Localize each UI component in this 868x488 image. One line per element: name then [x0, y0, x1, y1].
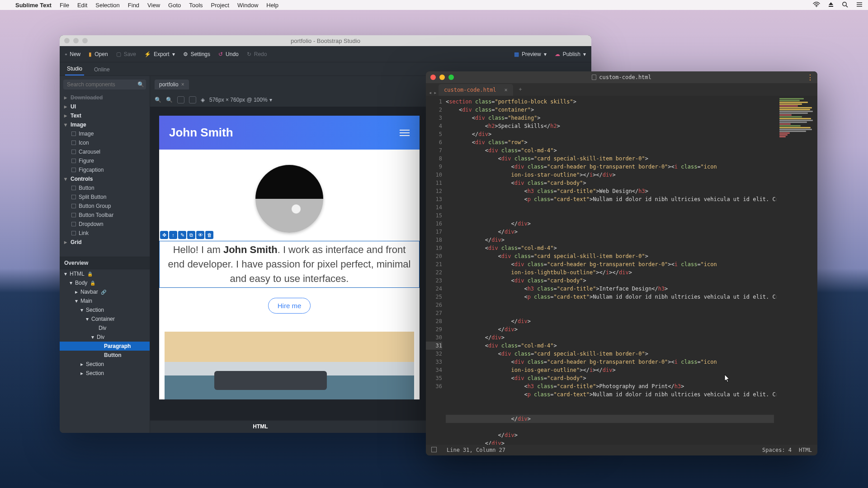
- tab-studio[interactable]: Studio: [65, 63, 84, 75]
- menu-window[interactable]: Window: [237, 2, 258, 9]
- group-ui[interactable]: ▸UI: [60, 102, 150, 111]
- redo-icon: ↻: [247, 51, 251, 57]
- toggle-outline-icon[interactable]: [177, 96, 184, 103]
- zoom-in-icon[interactable]: 🔍: [166, 97, 173, 103]
- bs-titlebar[interactable]: portfolio - Bootstrap Studio: [60, 35, 591, 46]
- ov-container[interactable]: ▾Container: [60, 314, 150, 324]
- canvas-size-dropdown[interactable]: 576px × 760px @ 100%▾: [209, 97, 272, 103]
- undo-icon: ↺: [218, 51, 223, 57]
- publish-button[interactable]: ☁Publish▾: [555, 51, 586, 57]
- bs-window-title: portfolio - Bootstrap Studio: [291, 38, 360, 44]
- group-text[interactable]: ▸Text: [60, 111, 150, 120]
- component-button[interactable]: Button: [60, 183, 150, 192]
- ov-button[interactable]: Button: [60, 351, 150, 360]
- menu-project[interactable]: Project: [211, 2, 229, 9]
- ov-html[interactable]: ▾HTML🔒: [60, 269, 150, 278]
- line-gutter[interactable]: 12345678910 111213141516171819 202122232…: [426, 96, 446, 445]
- bottom-tab-html[interactable]: HTML: [150, 421, 371, 433]
- preview-canvas[interactable]: John Smith ✥ ↑ ✎ ⧉ 👁 🗑: [159, 116, 420, 399]
- bs-traffic-lights[interactable]: [64, 38, 88, 43]
- close-tab-icon[interactable]: ×: [181, 81, 184, 88]
- move-icon[interactable]: ✥: [160, 231, 168, 239]
- preview-button[interactable]: ▦Preview▾: [514, 51, 547, 57]
- st-status-lang[interactable]: HTML: [799, 447, 812, 453]
- svg-point-0: [816, 6, 817, 7]
- st-tab-file[interactable]: custom-code.html×: [439, 84, 513, 96]
- ov-div-1[interactable]: Div: [60, 324, 150, 333]
- menu-tools[interactable]: Tools: [189, 2, 203, 9]
- menu-extras-icon[interactable]: [856, 2, 863, 9]
- group-grid[interactable]: ▸Grid: [60, 238, 150, 247]
- ov-div-2[interactable]: ▾Div: [60, 333, 150, 342]
- ov-navbar[interactable]: ▸Navbar🔗: [60, 287, 150, 296]
- spotlight-icon[interactable]: [842, 1, 848, 9]
- selected-paragraph[interactable]: ✥ ↑ ✎ ⧉ 👁 🗑 Hello! I am John Smith. I wo…: [159, 241, 420, 288]
- component-link[interactable]: Link: [60, 229, 150, 238]
- redo-button[interactable]: ↻Redo: [247, 51, 267, 57]
- delete-icon[interactable]: 🗑: [205, 231, 213, 239]
- menu-find[interactable]: Find: [128, 2, 139, 9]
- ov-section-1[interactable]: ▾Section: [60, 305, 150, 314]
- edit-icon[interactable]: ✎: [178, 231, 186, 239]
- eject-icon[interactable]: [828, 2, 834, 9]
- code-editor[interactable]: <section class="portfolio-block skills">…: [446, 96, 777, 445]
- st-tab-nav[interactable]: ◂▸: [429, 89, 437, 96]
- menu-help[interactable]: Help: [266, 2, 278, 9]
- open-button[interactable]: ▮Open: [89, 51, 108, 57]
- component-split-button[interactable]: Split Button: [60, 192, 150, 202]
- component-button-group[interactable]: Button Group: [60, 202, 150, 211]
- app-name[interactable]: Sublime Text: [15, 2, 52, 9]
- up-icon[interactable]: ↑: [169, 231, 177, 239]
- ov-paragraph[interactable]: Paragraph: [60, 342, 150, 351]
- st-traffic-lights[interactable]: [430, 75, 454, 80]
- menu-edit[interactable]: Edit: [77, 2, 87, 9]
- group-downloaded[interactable]: ▸Downloaded: [60, 93, 150, 102]
- export-button[interactable]: ⚡Export▾: [144, 51, 175, 57]
- st-titlebar[interactable]: custom-code.html ⋮: [426, 71, 817, 83]
- component-image[interactable]: Image: [60, 129, 150, 138]
- overview-header[interactable]: Overview: [60, 257, 150, 269]
- settings-button[interactable]: ⚙Settings: [183, 51, 210, 57]
- component-dropdown[interactable]: Dropdown: [60, 220, 150, 229]
- group-controls[interactable]: ▾Controls: [60, 174, 150, 183]
- menu-goto[interactable]: Goto: [168, 2, 181, 9]
- wifi-icon[interactable]: [813, 2, 820, 9]
- save-button[interactable]: ▢Save: [116, 51, 136, 57]
- zoom-out-icon[interactable]: 🔍: [155, 97, 161, 103]
- component-icon[interactable]: Icon: [60, 138, 150, 147]
- chevron-down-icon: ▾: [544, 51, 547, 57]
- undo-button[interactable]: ↺Undo: [218, 51, 239, 57]
- layers-icon[interactable]: ◈: [201, 97, 205, 103]
- selection-toolbar[interactable]: ✥ ↑ ✎ ⧉ 👁 🗑: [160, 231, 213, 239]
- chevron-right-icon[interactable]: ▸: [434, 89, 437, 96]
- chevron-left-icon[interactable]: ◂: [429, 89, 432, 96]
- tab-online[interactable]: Online: [92, 64, 112, 75]
- document-tab[interactable]: portfolio×: [155, 80, 189, 89]
- ov-section-2[interactable]: ▸Section: [60, 360, 150, 369]
- ov-body[interactable]: ▾Body🔒: [60, 278, 150, 287]
- ov-main[interactable]: ▾Main: [60, 296, 150, 305]
- search-components[interactable]: 🔍: [63, 80, 146, 89]
- st-menu-icon[interactable]: ⋮: [807, 73, 814, 82]
- new-button[interactable]: ▫New: [65, 51, 80, 57]
- st-new-tab[interactable]: ＋: [513, 83, 528, 96]
- ov-section-3[interactable]: ▸Section: [60, 369, 150, 378]
- copy-icon[interactable]: ⧉: [187, 231, 195, 239]
- st-status-spaces[interactable]: Spaces: 4: [762, 447, 792, 453]
- st-status-square[interactable]: [431, 447, 439, 454]
- component-figcaption[interactable]: Figcaption: [60, 165, 150, 174]
- minimap[interactable]: [777, 96, 817, 445]
- component-button-toolbar[interactable]: Button Toolbar: [60, 211, 150, 220]
- menu-file[interactable]: File: [60, 2, 69, 9]
- menu-selection[interactable]: Selection: [95, 2, 119, 9]
- visibility-icon[interactable]: 👁: [196, 231, 204, 239]
- hire-me-button[interactable]: Hire me: [268, 298, 311, 314]
- group-image[interactable]: ▾Image: [60, 120, 150, 129]
- search-input[interactable]: [67, 81, 135, 88]
- hamburger-icon[interactable]: [400, 128, 410, 138]
- close-tab-icon[interactable]: ×: [505, 87, 508, 93]
- component-carousel[interactable]: Carousel: [60, 147, 150, 156]
- component-figure[interactable]: Figure: [60, 156, 150, 165]
- toggle-grid-icon[interactable]: [189, 96, 196, 103]
- menu-view[interactable]: View: [147, 2, 160, 9]
